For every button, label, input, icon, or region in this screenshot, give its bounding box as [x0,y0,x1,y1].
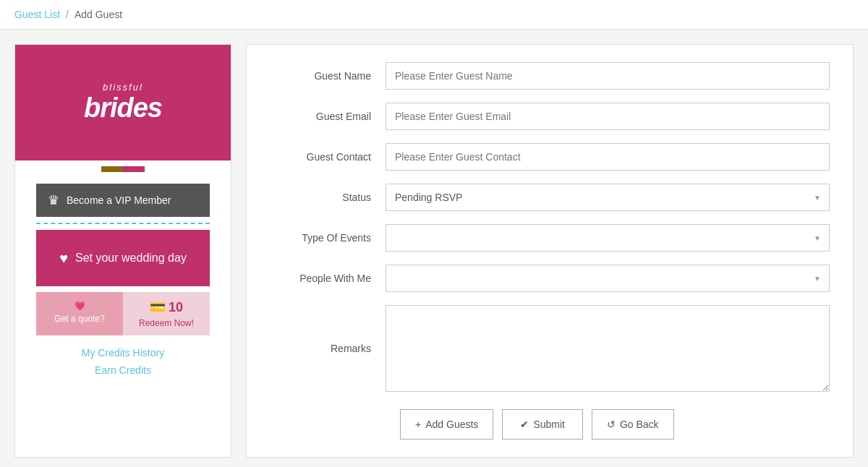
submit-label: Submit [533,419,565,430]
vip-member-button[interactable]: ♛ Become a VIP Member [36,184,210,217]
form-actions: + Add Guests ✔ Submit ↺ Go Back [270,409,830,440]
redeem-button[interactable]: 💳 10 Redeem Now! [123,292,210,335]
plus-icon: + [415,419,421,430]
credit-card-icon: 💳 [150,299,166,315]
check-icon: ✔ [520,419,529,430]
quote-redeem-section: 💗 Get a quote? 💳 10 Redeem Now! [36,292,210,335]
guest-contact-input[interactable] [386,143,830,171]
guest-name-label: Guest Name [270,70,386,82]
remarks-textarea[interactable] [386,305,830,392]
undo-icon: ↺ [607,419,616,430]
guest-email-input[interactable] [386,103,830,130]
guest-contact-row: Guest Contact [270,143,830,171]
people-with-me-label: People With Me [270,273,386,284]
color-bar-pink [123,166,145,172]
remarks-label: Remarks [270,343,386,354]
people-with-me-row: People With Me 1 2 3 4 5 [270,265,830,292]
go-back-button[interactable]: ↺ Go Back [592,409,674,440]
add-guests-button[interactable]: + Add Guests [400,409,493,440]
status-select[interactable]: Pending RSVP Confirmed Declined [386,184,830,211]
type-of-events-select-wrapper: Wedding Engagement Reception [386,224,830,252]
color-bar-gold [101,166,123,172]
logo-brand: brides [84,93,162,124]
color-bar [101,166,145,172]
type-of-events-label: Type Of Events [270,232,386,244]
sidebar: blissful brides ♛ Become a VIP Member ♥ … [14,44,231,458]
type-of-events-row: Type Of Events Wedding Engagement Recept… [270,224,830,252]
status-row: Status Pending RSVP Confirmed Declined [270,184,830,211]
people-with-me-select[interactable]: 1 2 3 4 5 [386,265,830,292]
redeem-count-number: 10 [169,300,183,315]
dashed-divider [36,223,210,224]
people-with-me-select-wrapper: 1 2 3 4 5 [386,265,830,292]
guest-name-row: Guest Name [270,62,830,90]
status-label: Status [270,192,386,203]
type-of-events-select[interactable]: Wedding Engagement Reception [386,224,830,252]
breadcrumb-bar: Guest List / Add Guest [0,0,868,30]
get-quote-button[interactable]: 💗 Get a quote? [36,292,123,335]
breadcrumb-separator: / [66,9,69,20]
quote-label: Get a quote? [54,314,104,324]
vip-button-label: Become a VIP Member [67,194,171,206]
go-back-label: Go Back [620,419,659,430]
quote-icon: 💗 [75,301,85,311]
sidebar-logo: blissful brides [15,45,231,160]
logo-subtitle: blissful [84,82,162,93]
wedding-day-button[interactable]: ♥ Set your wedding day [36,230,210,286]
redeem-count-display: 💳 10 [150,299,183,315]
guest-email-row: Guest Email [270,103,830,130]
guest-name-input[interactable] [386,62,830,90]
guest-email-label: Guest Email [270,111,386,122]
remarks-row: Remarks [270,305,830,392]
breadcrumb-current: Add Guest [75,9,122,20]
redeem-label: Redeem Now! [139,318,194,328]
breadcrumb-guest-list[interactable]: Guest List [14,9,60,20]
guest-contact-label: Guest Contact [270,151,386,163]
status-select-wrapper: Pending RSVP Confirmed Declined [386,184,830,211]
wedding-day-label: Set your wedding day [75,252,187,265]
earn-credits-link[interactable]: Earn Credits [95,364,151,376]
heart-icon: ♥ [59,250,68,267]
crown-icon: ♛ [48,192,59,208]
add-guests-label: Add Guests [425,419,478,430]
submit-button[interactable]: ✔ Submit [502,409,583,440]
add-guest-form: Guest Name Guest Email Guest Contact Sta… [246,44,854,458]
credits-history-link[interactable]: My Credits History [82,347,164,359]
